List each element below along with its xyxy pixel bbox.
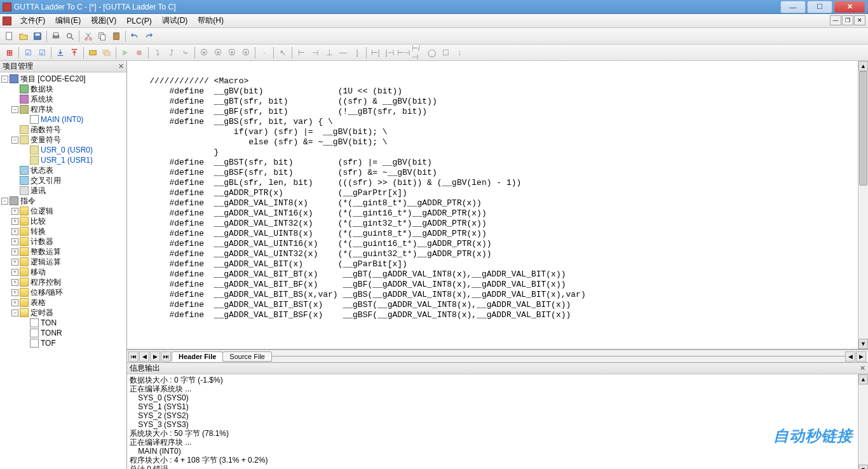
menu-help[interactable]: 帮助(H) [193, 14, 229, 27]
mdi-close[interactable]: ✕ [854, 15, 865, 25]
open-button[interactable] [17, 30, 30, 43]
scroll-up-icon[interactable]: ▲ [858, 61, 868, 71]
c9[interactable]: ⊢/⊣ [411, 46, 424, 59]
preview-button[interactable] [64, 30, 76, 43]
new-button[interactable] [3, 30, 16, 43]
ladder-icon[interactable]: ⊞ [3, 46, 16, 59]
tree-intmath[interactable]: 整数运算 [31, 247, 61, 257]
tree-move[interactable]: 移动 [31, 267, 46, 278]
tree-funcsym[interactable]: 函数符号 [31, 125, 61, 135]
tab-r2-icon[interactable]: ▶ [856, 351, 866, 362]
close-button[interactable] [834, 1, 865, 13]
expand-icon[interactable]: + [11, 279, 18, 286]
br4-button[interactable]: ⦿ [240, 46, 252, 59]
print-button[interactable] [50, 30, 62, 43]
tree-compare[interactable]: 比较 [31, 216, 46, 227]
copy-button[interactable] [96, 30, 109, 43]
tree-timer[interactable]: 定时器 [31, 308, 53, 318]
tab-first-icon[interactable]: ⏮ [128, 351, 139, 362]
compile-all-button[interactable] [100, 46, 113, 59]
tree-project[interactable]: 项目 [CODE-EC20] [20, 74, 86, 85]
c8[interactable]: ⊢⊣ [397, 46, 410, 59]
check1-button[interactable]: ☑ [22, 46, 34, 59]
expand-icon[interactable]: + [11, 269, 18, 276]
tree-progctl[interactable]: 程序控制 [31, 277, 61, 288]
save-button[interactable] [31, 30, 44, 43]
c12[interactable]: ↓ [453, 46, 466, 59]
tab-next-icon[interactable]: ▶ [150, 351, 160, 362]
paste-button[interactable] [110, 30, 123, 43]
tree-logicmath[interactable]: 逻辑运算 [31, 257, 61, 268]
tree-ton[interactable]: TON [41, 318, 57, 327]
menu-file[interactable]: 文件(F) [15, 14, 50, 27]
expand-icon[interactable]: − [1, 198, 8, 205]
tree-datablock[interactable]: 数据块 [31, 84, 53, 95]
cut-button[interactable] [82, 30, 95, 43]
project-tree[interactable]: −项目 [CODE-EC20] 数据块 系统块 −程序块 MAIN (INT0)… [0, 72, 126, 469]
expand-icon[interactable]: + [11, 218, 18, 225]
menu-edit[interactable]: 编辑(E) [50, 14, 86, 27]
tree-bitlogic[interactable]: 位逻辑 [31, 206, 53, 217]
stepover-button[interactable]: ⤴ [165, 46, 178, 59]
vertical-scrollbar[interactable]: ▲ ▼ [858, 61, 868, 349]
tab-r1-icon[interactable]: ◀ [845, 351, 855, 362]
run-button[interactable] [119, 46, 132, 59]
expand-icon[interactable]: + [11, 299, 18, 306]
tree-tonr[interactable]: TONR [41, 329, 62, 337]
menu-plc[interactable]: PLC(P) [121, 15, 156, 27]
tree-shift[interactable]: 位移/循环 [31, 287, 63, 298]
scroll-down-icon[interactable]: ▼ [858, 339, 868, 349]
tree-comm[interactable]: 通讯 [31, 186, 46, 196]
stepout-button[interactable]: ⤷ [179, 46, 192, 59]
expand-icon[interactable]: + [11, 289, 18, 296]
tree-table[interactable]: 表格 [31, 297, 46, 308]
tree-main[interactable]: MAIN (INT0) [41, 115, 83, 124]
tree-tof[interactable]: TOF [41, 339, 56, 348]
expand-icon[interactable]: + [11, 259, 18, 266]
code-editor[interactable]: //////////// <Macro> #define __gBV(bit) … [127, 61, 858, 349]
c1[interactable]: ⊢ [295, 46, 308, 59]
tree-counter[interactable]: 计数器 [31, 236, 53, 247]
c2[interactable]: ⊣ [309, 46, 322, 59]
expand-icon[interactable]: − [1, 76, 8, 83]
tree-instr[interactable]: 指令 [20, 196, 36, 207]
panel-close-icon[interactable]: ✕ [860, 364, 865, 372]
br1-button[interactable]: ⦿ [198, 46, 210, 59]
x1-button[interactable]: · [258, 46, 271, 59]
panel-close-icon[interactable]: ✕ [118, 62, 124, 71]
scroll-down-icon[interactable]: ▼ [858, 465, 868, 469]
tree-sysblock[interactable]: 系统块 [31, 94, 53, 105]
expand-icon[interactable]: − [11, 309, 18, 316]
expand-icon[interactable]: + [11, 248, 18, 255]
expand-icon[interactable]: + [11, 208, 18, 215]
check2-button[interactable]: ☑ [36, 46, 48, 59]
menu-debug[interactable]: 调试(D) [157, 14, 193, 27]
expand-icon[interactable]: − [11, 106, 18, 113]
tab-prev-icon[interactable]: ◀ [139, 351, 149, 362]
tab-source-file[interactable]: Source File [222, 351, 272, 362]
cursor-button[interactable]: ↖ [276, 46, 289, 59]
tree-progblock[interactable]: 程序块 [31, 104, 53, 115]
stop-button[interactable] [133, 46, 146, 59]
c5[interactable]: | [351, 46, 363, 59]
br3-button[interactable]: ⦿ [226, 46, 238, 59]
compile-button[interactable] [86, 46, 99, 59]
c3[interactable]: ⊥ [323, 46, 336, 59]
output-scrollbar[interactable]: ▲ ▼ [858, 374, 868, 469]
scroll-up-icon[interactable]: ▲ [858, 374, 868, 384]
tree-usr1[interactable]: USR_1 (USR1) [41, 156, 93, 165]
mdi-min[interactable]: — [830, 15, 841, 25]
tree-cross[interactable]: 交叉引用 [31, 175, 61, 186]
expand-icon[interactable]: + [11, 238, 18, 245]
tree-convert[interactable]: 转换 [31, 226, 46, 237]
scroll-thumb[interactable] [859, 71, 867, 186]
br2-button[interactable]: ⦿ [212, 46, 224, 59]
maximize-button[interactable] [807, 1, 832, 13]
tree-status[interactable]: 状态表 [31, 165, 53, 176]
tree-usr0[interactable]: USR_0 (USR0) [41, 146, 93, 154]
output-text[interactable]: 数据块大小 : 0 字节 (-1.$%)正在编译系统块 ... SYS_0 (S… [127, 374, 858, 469]
expand-icon[interactable]: − [11, 137, 18, 144]
redo-button[interactable] [142, 30, 155, 43]
download-button[interactable] [54, 46, 67, 59]
upload-button[interactable] [68, 46, 81, 59]
